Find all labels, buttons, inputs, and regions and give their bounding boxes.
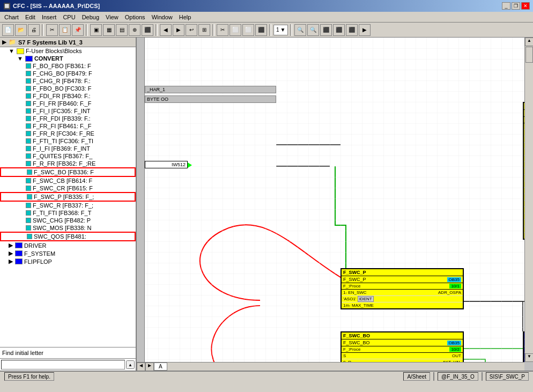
menu-edit[interactable]: Edit: [22, 13, 39, 21]
sidebar-item-fti-fti[interactable]: F_TI_FTI [FB368: F_T: [0, 209, 136, 217]
tb-btn7[interactable]: ▶: [173, 24, 184, 36]
find-input[interactable]: [1, 360, 125, 369]
block-icon: [26, 123, 31, 129]
tb-print[interactable]: 🖨: [28, 24, 40, 36]
tb-btn17[interactable]: ▶: [359, 24, 371, 36]
block-icon: [26, 161, 31, 166]
sheet-tab[interactable]: A: [154, 363, 167, 371]
folder-icon-driver: [15, 242, 23, 248]
tb-btn14[interactable]: ⬛: [320, 24, 332, 36]
sidebar-item-convert[interactable]: ▼ CONVERT: [0, 55, 136, 62]
app-icon: 🔲: [3, 3, 11, 10]
sidebar-item-fquites[interactable]: F_QUITES [FB367: F_: [0, 152, 136, 160]
block-icon: [26, 63, 31, 69]
menu-help[interactable]: Help: [176, 13, 195, 21]
sidebar-item-fswc-p[interactable]: F_SWC_P [FB335: F_;: [0, 192, 136, 202]
menu-cpu[interactable]: CPU: [60, 13, 78, 21]
sidebar-item-ffi-i[interactable]: F_FI_I [FC305: F_INT: [0, 107, 136, 115]
sidebar-item-flipflop[interactable]: ▶ FLIPFLOP: [0, 257, 136, 265]
menu-window[interactable]: Window: [149, 13, 176, 21]
sidebar-item-fbo-fbo[interactable]: F_BO_FBO [FB361: F: [0, 62, 136, 70]
tb-btn4[interactable]: ⊕: [129, 24, 140, 36]
sidebar-item-fi-fi[interactable]: F_I_FI [FB369: F_INT: [0, 145, 136, 152]
tb-btn1[interactable]: ▣: [90, 24, 102, 36]
tb-btn8[interactable]: ↩: [186, 24, 197, 36]
canvas-scrollbar-vertical[interactable]: ▲ ▼: [524, 38, 533, 362]
tb-btn5[interactable]: ⬛: [142, 24, 153, 36]
sidebar-item-ffi-fr[interactable]: F_FI_FR [FB460: F._F: [0, 100, 136, 107]
sidebar-item-swc-qos[interactable]: SWC_QOS [FB481:: [0, 232, 136, 241]
block-icon: [26, 146, 31, 151]
sidebar-item-ffr-fdi[interactable]: F_FR_FDI [FB339: F.:: [0, 115, 136, 122]
block-icon: [26, 138, 31, 144]
tb-open[interactable]: 📂: [15, 24, 27, 36]
scroll-left-btn[interactable]: ◀: [137, 363, 145, 371]
sidebar-item-fswc-bo[interactable]: F_SWC_BO [FB336: F: [0, 167, 136, 177]
menu-options[interactable]: Options: [122, 13, 149, 21]
byte-label: BYTE OO: [145, 95, 276, 103]
tb-btn3[interactable]: ▤: [116, 24, 128, 36]
sidebar-item-fswc-cr[interactable]: F_SWC_CR [FB615: F: [0, 184, 136, 192]
menu-bar: Chart Edit Insert CPU Debug View Options…: [0, 12, 533, 23]
restore-button[interactable]: ❐: [512, 2, 520, 10]
tb-new[interactable]: 📄: [2, 24, 14, 36]
sidebar-item-fchg-bo[interactable]: F_CHG_BO [FB479: F: [0, 70, 136, 77]
block-fswc-p[interactable]: F_SWC_P F_SWC_P OB35 F_:Proce 10/1 1- EN…: [340, 268, 464, 309]
tb-btn12[interactable]: ⬜: [242, 24, 254, 36]
menu-insert[interactable]: Insert: [39, 13, 60, 21]
sidebar-item-fsystem[interactable]: ▶ F_SYSTEM: [0, 249, 136, 257]
tb-zoom-dropdown[interactable]: 1▼: [273, 25, 288, 35]
block-icon: [26, 108, 31, 114]
sidebar-item-fswc-cb[interactable]: F_SWC_CB [FB614: F: [0, 177, 136, 184]
tb-btn6[interactable]: ◀: [160, 24, 172, 36]
tb-btn11[interactable]: ⬜: [230, 24, 241, 36]
tb-btn2[interactable]: ▦: [103, 24, 115, 36]
tb-zoom-out[interactable]: 🔍: [307, 24, 319, 36]
tb-btn13[interactable]: ⬛: [255, 24, 267, 36]
sidebar-root-icon: 📁: [9, 39, 16, 46]
tb-copy[interactable]: 📋: [59, 24, 71, 36]
sidebar-item-ffbo-bo[interactable]: F_FBO_BO [FC303: F: [0, 85, 136, 92]
tb-btn9[interactable]: ⊞: [198, 24, 210, 36]
tb-btn16[interactable]: ⬛: [346, 24, 358, 36]
cfc-drawing[interactable]: _HAR_1 BYTE OO IW512 2 F_CH_AI OB35 F_:F…: [137, 38, 524, 362]
block-icon: [26, 101, 31, 106]
sidebar-item-swc-mos[interactable]: SWC_MOS [FB338: N: [0, 224, 136, 232]
sidebar-tree: ▼ F-User Blocks\Blocks ▼ CONVERT F_BO_FB…: [0, 47, 136, 347]
tb-paste[interactable]: 📌: [72, 24, 84, 36]
sidebar-scroll-up[interactable]: ▲: [126, 360, 135, 369]
sidebar-item-ffr-fi[interactable]: F_FR_FI [FB461: F._F: [0, 122, 136, 130]
tb-btn10[interactable]: ✂: [217, 24, 228, 36]
block-icon: [26, 186, 31, 191]
canvas-scrollbar-horizontal[interactable]: ◀ ▶ A: [137, 362, 524, 371]
scroll-thumb-v[interactable]: [525, 47, 533, 63]
scroll-down-btn[interactable]: ▼: [525, 353, 533, 362]
status-bar-bottom: Press F1 for help. A/Sheet @F_IN_35_O SI…: [0, 371, 533, 381]
sidebar-item-swc-chg[interactable]: SWC_CHG [FB482: P: [0, 217, 136, 224]
block-icon: [26, 78, 31, 84]
scroll-up-btn[interactable]: ▲: [525, 38, 533, 46]
tb-cut[interactable]: ✂: [46, 24, 58, 36]
sidebar-item-fr-fr[interactable]: F_R_FR [FB362: F_;RE: [0, 160, 136, 167]
sidebar-item-ffr-r[interactable]: F_FR_R [FC304: F_RE: [0, 130, 136, 137]
sidebar-item-ffdi-fr[interactable]: F_FDI_FR [FB340: F.:: [0, 92, 136, 100]
block-icon: [26, 71, 31, 76]
sidebar-item-driver[interactable]: ▶ DRIVER: [0, 241, 136, 249]
sidebar-item-fswc-r[interactable]: F_SWC_R [FB337: F_;: [0, 202, 136, 209]
canvas-area: _HAR_1 BYTE OO IW512 2 F_CH_AI OB35 F_:F…: [137, 38, 533, 371]
left-ruler: [137, 38, 145, 362]
menu-view[interactable]: View: [102, 13, 122, 21]
close-button[interactable]: ✕: [521, 2, 530, 10]
tb-btn15[interactable]: ⬛: [333, 24, 345, 36]
block-icon: [26, 203, 31, 208]
tb-zoom-in[interactable]: 🔍: [294, 24, 306, 36]
block-fswc-bo[interactable]: F_SWC_BO F_SWC_BO OB35 F_:Proce 10/2 SOU…: [340, 331, 464, 362]
menu-chart[interactable]: Chart: [1, 13, 22, 21]
sidebar-item-fuserblocks[interactable]: ▼ F-User Blocks\Blocks: [0, 47, 136, 55]
menu-debug[interactable]: Debug: [79, 13, 102, 21]
block-icon: [27, 234, 32, 239]
scroll-right-btn[interactable]: ▶: [145, 363, 154, 371]
sidebar-item-ffti-ti[interactable]: F_FTI_TI [FC306: F_TI: [0, 137, 136, 145]
minimize-button[interactable]: _: [502, 2, 510, 10]
sidebar-item-fchg-r[interactable]: F_CHG_R [FB478: F.:: [0, 77, 136, 85]
